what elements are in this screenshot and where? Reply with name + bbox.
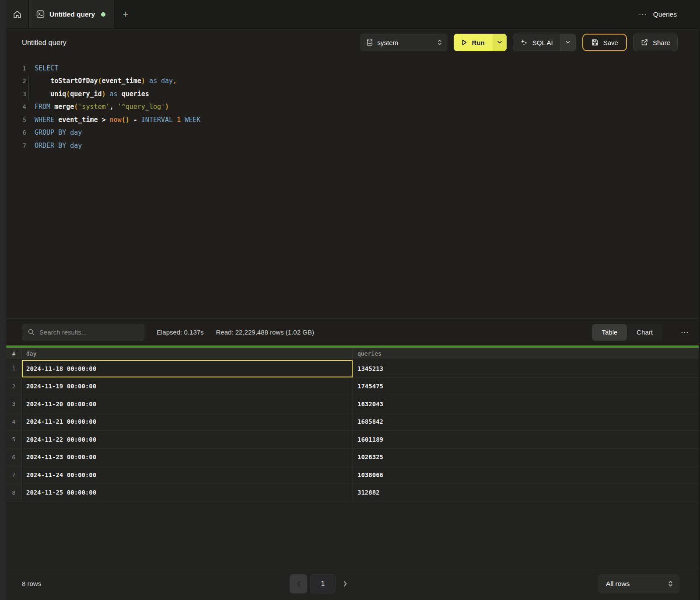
sparkles-icon	[520, 38, 528, 46]
line-number: 1	[6, 65, 26, 72]
queries-cell[interactable]: 1632043	[353, 395, 699, 413]
sql-ai-label: SQL AI	[532, 39, 553, 46]
queries-cell[interactable]: 1685842	[353, 413, 699, 431]
sql-ai-options-button[interactable]	[560, 34, 576, 51]
overflow-menu-icon[interactable]: ⋯	[639, 10, 647, 19]
code-text: WHERE event_time > now() - INTERVAL 1 WE…	[35, 116, 200, 124]
left-rail	[0, 0, 6, 600]
row-number-cell: 1	[6, 360, 22, 377]
view-toggle: Table Chart	[592, 324, 662, 341]
queries-cell[interactable]: 312882	[353, 484, 699, 502]
read-stat: Read: 22,229,488 rows (1.02 GB)	[216, 328, 314, 336]
home-icon	[13, 10, 22, 19]
queries-link[interactable]: Queries	[653, 10, 677, 18]
table-row: 42024-11-21 00:00:001685842	[6, 413, 699, 431]
search-icon	[28, 328, 35, 336]
row-count: 8 rows	[22, 580, 41, 587]
day-cell[interactable]: 2024-11-21 00:00:00	[22, 413, 353, 431]
query-toolbar: Untitled query system	[6, 29, 699, 56]
database-icon	[366, 38, 373, 46]
previous-page-button[interactable]	[290, 574, 307, 593]
code-text: toStartOfDay(event_time) as day,	[35, 77, 177, 85]
code-line[interactable]: 3 uniq(query_id) as queries	[6, 87, 699, 101]
day-cell[interactable]: 2024-11-25 00:00:00	[22, 484, 353, 502]
next-page-button[interactable]	[339, 574, 352, 593]
code-text: GROUP BY day	[35, 129, 82, 136]
day-cell[interactable]: 2024-11-23 00:00:00	[22, 449, 353, 466]
code-line[interactable]: 6GROUP BY day	[6, 126, 699, 140]
save-icon	[591, 38, 599, 46]
line-number: 7	[6, 142, 26, 149]
line-number: 4	[6, 103, 26, 110]
queries-cell[interactable]: 1601189	[353, 431, 699, 448]
search-results-input[interactable]	[39, 328, 139, 336]
run-button[interactable]: Run	[454, 34, 507, 51]
queries-cell[interactable]: 1745475	[353, 378, 699, 395]
code-line[interactable]: 5WHERE event_time > now() - INTERVAL 1 W…	[6, 113, 699, 126]
line-number: 6	[6, 129, 26, 136]
run-label: Run	[472, 39, 485, 46]
row-number-cell: 8	[6, 484, 22, 502]
database-selector-value: system	[378, 39, 399, 46]
tab-bar: Untitled query + ⋯ Queries	[6, 0, 699, 29]
day-cell[interactable]: 2024-11-19 00:00:00	[22, 378, 353, 395]
sql-ai-button[interactable]: SQL AI	[513, 34, 576, 51]
row-number-cell: 2	[6, 378, 22, 395]
row-number-cell: 6	[6, 449, 22, 466]
day-cell[interactable]: 2024-11-22 00:00:00	[22, 431, 353, 448]
line-number: 2	[6, 77, 26, 84]
column-header-queries[interactable]: queries	[353, 348, 699, 359]
results-area: # day queries 12024-11-18 00:00:00134521…	[6, 348, 699, 600]
save-label: Save	[603, 39, 618, 46]
line-number: 5	[6, 116, 26, 123]
code-line[interactable]: 2 toStartOfDay(event_time) as day,	[6, 75, 699, 88]
queries-cell[interactable]: 1345213	[353, 360, 699, 377]
column-header-num[interactable]: #	[6, 348, 22, 359]
table-row: 82024-11-25 00:00:00312882	[6, 484, 699, 502]
tab-title: Untitled query	[49, 10, 95, 18]
day-cell[interactable]: 2024-11-20 00:00:00	[22, 395, 353, 413]
row-number-cell: 5	[6, 431, 22, 448]
page-title: Untitled query	[22, 38, 66, 47]
code-text: FROM merge('system', '^query_log')	[35, 103, 169, 111]
current-page-button[interactable]: 1	[310, 574, 336, 593]
results-footer: 8 rows 1 All rows	[6, 567, 699, 600]
table-row: 62024-11-23 00:00:001026325	[6, 449, 699, 467]
code-text: uniq(query_id) as queries	[35, 90, 149, 98]
code-text: ORDER BY day	[35, 142, 82, 150]
page-size-selector[interactable]: All rows	[598, 574, 679, 593]
page-size-value: All rows	[606, 580, 630, 588]
view-tab-chart[interactable]: Chart	[627, 324, 662, 341]
sql-editor[interactable]: 1SELECT2 toStartOfDay(event_time) as day…	[6, 56, 699, 318]
terminal-icon	[36, 10, 45, 19]
save-button[interactable]: Save	[582, 34, 627, 51]
home-button[interactable]	[6, 0, 29, 28]
run-options-button[interactable]	[493, 34, 507, 51]
tab-bar-spacer	[136, 0, 639, 28]
queries-cell[interactable]: 1038066	[353, 466, 699, 484]
day-cell[interactable]: 2024-11-18 00:00:00	[22, 360, 353, 377]
indent-guide	[28, 75, 29, 101]
page-size-updown-icon	[668, 580, 673, 587]
column-header-day[interactable]: day	[22, 348, 353, 359]
code-line[interactable]: 1SELECT	[6, 62, 699, 75]
line-number: 3	[6, 91, 26, 98]
table-row: 32024-11-20 00:00:001632043	[6, 395, 699, 413]
code-line[interactable]: 4FROM merge('system', '^query_log')	[6, 101, 699, 114]
new-tab-button[interactable]: +	[115, 0, 136, 28]
tab-untitled-query[interactable]: Untitled query	[29, 0, 115, 28]
share-button[interactable]: Share	[633, 34, 678, 51]
queries-cell[interactable]: 1026325	[353, 449, 699, 466]
code-line[interactable]: 7ORDER BY day	[6, 139, 699, 152]
database-selector[interactable]: system	[360, 34, 448, 51]
day-cell[interactable]: 2024-11-24 00:00:00	[22, 466, 353, 484]
search-results-box[interactable]	[22, 324, 144, 341]
table-row: 72024-11-24 00:00:001038066	[6, 466, 699, 484]
table-empty-space	[6, 502, 699, 567]
share-label: Share	[653, 39, 670, 46]
results-menu-icon[interactable]: ⋯	[681, 328, 689, 337]
select-updown-icon	[437, 39, 442, 46]
table-row: 12024-11-18 00:00:001345213	[6, 360, 699, 378]
row-number-cell: 3	[6, 395, 22, 413]
view-tab-table[interactable]: Table	[592, 324, 627, 341]
